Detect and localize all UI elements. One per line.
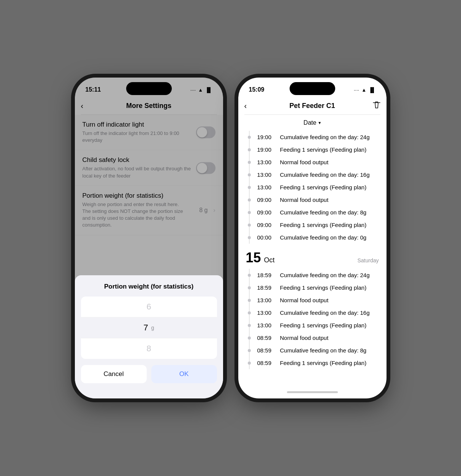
entry-time: 13:00 <box>257 171 276 178</box>
entry-text: Cumulative feeding on the day: 8g <box>280 209 367 216</box>
entry-text: Cumulative feeding on the day: 16g <box>280 309 370 316</box>
entry-15-7: 08:59 Cumulative feeding on the day: 8g <box>249 344 379 357</box>
entry-16-3: 13:00 Normal food output <box>249 156 379 168</box>
entry-text: Cumulative feeding on the day: 16g <box>280 171 370 178</box>
entry-time: 13:00 <box>257 159 276 165</box>
entry-time: 13:00 <box>257 184 276 190</box>
entry-text: Cumulative feeding on the day: 8g <box>280 347 367 354</box>
entry-16-1: 19:00 Cumulative feeding on the day: 24g <box>249 131 379 143</box>
picker-item-7[interactable]: 7 g <box>81 317 217 338</box>
date-filter-label: Date <box>304 119 317 126</box>
signal-icon-right: ···· <box>354 87 359 93</box>
timeline: 19:00 Cumulative feeding on the day: 24g… <box>238 131 387 369</box>
entry-time: 09:00 <box>257 222 276 228</box>
entry-15-3: 13:00 Normal food output <box>249 294 379 306</box>
dialog-title: Portion weight (for statistics) <box>81 283 217 290</box>
battery-icon-right: ▐▌ <box>369 87 375 93</box>
entry-15-5: 13:00 Feeding 1 servings (Feeding plan) <box>249 319 379 332</box>
phone-right: 15:09 ···· ▲ ▐▌ ‹ Pet Feeder C1 Date ▾ 1… <box>238 78 387 398</box>
entry-time: 09:00 <box>257 197 276 203</box>
entry-15-8: 08:59 Feeding 1 servings (Feeding plan) <box>249 357 379 369</box>
entry-time: 18:59 <box>257 272 276 278</box>
entry-16-5: 13:00 Feeding 1 servings (Feeding plan) <box>249 181 379 194</box>
entry-16-8: 09:00 Feeding 1 servings (Feeding plan) <box>249 219 379 231</box>
entry-time: 08:59 <box>257 347 276 354</box>
entry-time: 13:00 <box>257 297 276 303</box>
picker-item-6[interactable]: 6 <box>81 297 217 317</box>
portion-weight-dialog: Portion weight (for statistics) 6 7 g 8 … <box>75 275 223 398</box>
entry-15-4: 13:00 Cumulative feeding on the day: 16g <box>249 306 379 319</box>
day-15-entries: 18:59 Cumulative feeding on the day: 24g… <box>249 269 379 369</box>
entry-time: 18:59 <box>257 284 276 291</box>
entry-text: Cumulative feeding on the day: 0g <box>280 234 367 241</box>
entry-text: Feeding 1 servings (Feeding plan) <box>280 284 367 291</box>
entry-time: 00:00 <box>257 234 276 241</box>
phone-left: 15:11 ···· ▲ ▐▌ ‹ More Settings Turn off… <box>75 78 223 398</box>
entry-time: 08:59 <box>257 335 276 341</box>
day-16-entries: 19:00 Cumulative feeding on the day: 24g… <box>249 131 379 244</box>
picker-container[interactable]: 6 7 g 8 <box>81 297 217 359</box>
entry-text: Feeding 1 servings (Feeding plan) <box>280 184 367 190</box>
back-button-right[interactable]: ‹ <box>244 102 247 110</box>
entry-time: 09:00 <box>257 209 276 216</box>
entry-text: Cumulative feeding on the day: 24g <box>280 272 370 278</box>
picker-value-8: 8 <box>146 344 151 353</box>
entry-16-4: 13:00 Cumulative feeding on the day: 16g <box>249 168 379 181</box>
day-15-header: 15 Oct Saturday <box>246 250 379 266</box>
entry-text: Normal food output <box>280 159 329 165</box>
status-icons-right: ···· ▲ ▐▌ <box>354 87 376 93</box>
date-filter[interactable]: Date ▾ <box>238 115 387 131</box>
entry-time: 08:59 <box>257 360 276 366</box>
entry-time: 19:00 <box>257 134 276 140</box>
entry-15-6: 08:59 Normal food output <box>249 332 379 344</box>
timeline-content: 19:00 Cumulative feeding on the day: 24g… <box>238 131 387 386</box>
day-15-month: Oct <box>264 256 275 264</box>
entry-16-6: 09:00 Normal food output <box>249 194 379 206</box>
home-indicator-right <box>238 386 387 398</box>
entry-text: Feeding 1 servings (Feeding plan) <box>280 322 367 328</box>
nav-bar-right: ‹ Pet Feeder C1 <box>238 99 387 114</box>
picker-item-8[interactable]: 8 <box>81 338 217 359</box>
picker-value-6: 6 <box>146 302 151 311</box>
status-time-right: 15:09 <box>249 86 265 93</box>
entry-text: Feeding 1 servings (Feeding plan) <box>280 222 367 228</box>
dialog-buttons: Cancel OK <box>81 365 217 383</box>
date-filter-arrow-icon: ▾ <box>318 120 321 125</box>
wifi-icon-right: ▲ <box>361 87 366 93</box>
entry-time: 13:00 <box>257 309 276 316</box>
picker-unit: g <box>151 325 154 331</box>
entry-text: Cumulative feeding on the day: 24g <box>280 134 370 140</box>
entry-16-9: 00:00 Cumulative feeding on the day: 0g <box>249 231 379 244</box>
entry-text: Normal food output <box>280 335 329 341</box>
home-bar-right <box>287 391 338 393</box>
entry-time: 13:00 <box>257 322 276 328</box>
page-title-right: Pet Feeder C1 <box>289 102 335 110</box>
entry-16-2: 19:00 Feeding 1 servings (Feeding plan) <box>249 143 379 156</box>
entry-text: Normal food output <box>280 197 329 203</box>
entry-text: Normal food output <box>280 297 329 303</box>
day-15-number: 15 <box>246 250 261 266</box>
entry-time: 19:00 <box>257 146 276 153</box>
trash-icon <box>373 101 380 109</box>
entry-text: Feeding 1 servings (Feeding plan) <box>280 146 367 153</box>
entry-16-7: 09:00 Cumulative feeding on the day: 8g <box>249 206 379 219</box>
entry-text: Feeding 1 servings (Feeding plan) <box>280 360 367 366</box>
ok-button[interactable]: OK <box>151 365 217 383</box>
dynamic-island-right <box>290 82 335 95</box>
day-15-weekday: Saturday <box>357 257 379 263</box>
picker-value-7: 7 <box>143 323 148 333</box>
entry-15-2: 18:59 Feeding 1 servings (Feeding plan) <box>249 281 379 294</box>
entry-15-1: 18:59 Cumulative feeding on the day: 24g <box>249 269 379 281</box>
delete-button[interactable] <box>373 101 380 111</box>
cancel-button[interactable]: Cancel <box>81 365 147 383</box>
